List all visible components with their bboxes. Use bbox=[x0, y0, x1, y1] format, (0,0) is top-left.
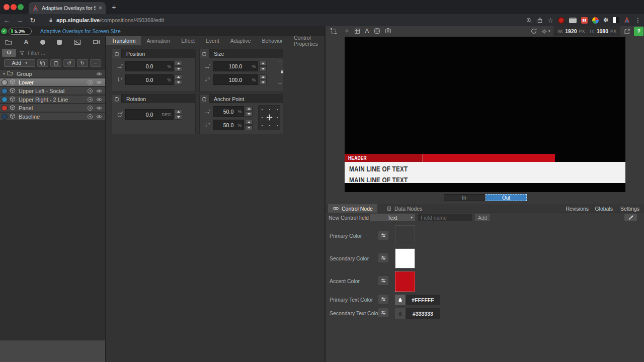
size-x-input[interactable]: 100.0% bbox=[213, 61, 258, 71]
visibility-eye-icon[interactable] bbox=[96, 97, 102, 103]
add-layer-button[interactable]: Add▾ bbox=[4, 59, 35, 67]
tab-close-icon[interactable]: × bbox=[99, 5, 102, 12]
lock-icon[interactable] bbox=[280, 69, 284, 74]
remove-button[interactable]: − bbox=[90, 59, 101, 67]
anchor-diamond-icon[interactable] bbox=[344, 28, 350, 34]
reload-icon[interactable]: ↻ bbox=[26, 17, 39, 24]
image-tool-icon[interactable] bbox=[74, 39, 81, 46]
rotation-input[interactable]: 0.0DEG bbox=[125, 109, 174, 120]
tab-behavior[interactable]: Behavior bbox=[257, 36, 288, 45]
field-name-input[interactable] bbox=[418, 214, 472, 221]
open-external-icon[interactable] bbox=[624, 28, 630, 35]
composition-title-link[interactable]: Adaptive Overlays for Screen Size bbox=[40, 28, 121, 34]
stepper[interactable] bbox=[259, 61, 267, 71]
color-droplet-button[interactable] bbox=[395, 308, 406, 319]
copy-properties-icon[interactable] bbox=[112, 49, 122, 58]
grid-icon[interactable] bbox=[354, 28, 360, 34]
tab-control-node[interactable]: Control Node bbox=[328, 204, 377, 213]
anchor-y-input[interactable]: 50.0% bbox=[213, 120, 244, 130]
copy-properties-icon[interactable] bbox=[112, 95, 122, 103]
singular-extension-icon[interactable] bbox=[623, 17, 630, 24]
solo-icon[interactable] bbox=[87, 105, 93, 111]
tab-event[interactable]: Event bbox=[200, 36, 225, 45]
visibility-eye-icon[interactable] bbox=[96, 114, 102, 120]
position-y-input[interactable]: 0.0% bbox=[125, 74, 174, 85]
visibility-eye-icon[interactable] bbox=[96, 71, 102, 77]
layer-row-group[interactable]: ▾ Group bbox=[0, 70, 105, 77]
visibility-eye-icon[interactable] bbox=[96, 105, 102, 111]
visibility-eye-icon[interactable] bbox=[96, 79, 102, 85]
globals-link[interactable]: Globals bbox=[595, 204, 613, 213]
paste-button[interactable] bbox=[50, 59, 61, 67]
layer-row-upper-left-social[interactable]: Upper Left - Social bbox=[0, 87, 105, 95]
share-icon[interactable] bbox=[537, 17, 543, 23]
stepper[interactable] bbox=[175, 74, 182, 85]
stepper[interactable] bbox=[245, 106, 253, 117]
revisions-link[interactable]: Revisions bbox=[566, 204, 589, 213]
caret-down-icon[interactable]: ▾ bbox=[3, 71, 5, 76]
settings-link[interactable]: Settings bbox=[620, 204, 639, 213]
tab-animation[interactable]: Animation bbox=[141, 36, 176, 45]
lens-icon[interactable] bbox=[374, 28, 380, 34]
field-options-button[interactable] bbox=[378, 295, 388, 304]
accent-color-swatch[interactable] bbox=[395, 272, 415, 292]
video-tool-icon[interactable] bbox=[93, 38, 100, 46]
preview-canvas[interactable]: HEADER MAIN LINE OF TEXT MAIN LINE OF TE… bbox=[345, 37, 625, 192]
snapshot-icon[interactable] bbox=[385, 28, 391, 34]
redo-button[interactable]: ↻ bbox=[77, 59, 88, 67]
stepper[interactable] bbox=[175, 61, 182, 71]
tab-data-nodes[interactable]: Data Nodes bbox=[382, 204, 427, 213]
extension-icon-contrast[interactable] bbox=[613, 17, 619, 23]
field-options-button[interactable] bbox=[378, 276, 388, 285]
circle-tool-icon[interactable] bbox=[40, 40, 45, 45]
refresh-preview-icon[interactable] bbox=[530, 28, 537, 35]
rectangle-tool-icon[interactable] bbox=[57, 40, 62, 45]
filter-input[interactable] bbox=[28, 50, 103, 56]
solo-icon[interactable] bbox=[87, 114, 93, 120]
tab-transform[interactable]: Transform bbox=[106, 36, 141, 45]
window-minimize-button[interactable] bbox=[11, 4, 17, 10]
solo-icon[interactable] bbox=[87, 79, 93, 85]
visibility-eye-icon[interactable] bbox=[96, 88, 102, 94]
layer-row-baseline[interactable]: Baseline bbox=[0, 113, 105, 120]
field-options-button[interactable] bbox=[378, 253, 388, 262]
folder-icon[interactable] bbox=[5, 39, 12, 46]
color-droplet-button[interactable] bbox=[395, 295, 406, 305]
extension-icon-red[interactable] bbox=[558, 17, 565, 24]
copy-button[interactable] bbox=[37, 59, 48, 67]
brush-button[interactable] bbox=[624, 214, 637, 221]
field-options-button[interactable] bbox=[378, 231, 388, 240]
bookmark-star-icon[interactable]: ☆ bbox=[547, 17, 553, 24]
browser-menu-icon[interactable]: ⋮ bbox=[635, 17, 641, 24]
address-bar[interactable]: app.singular.live/compositions/450369/ed… bbox=[48, 17, 164, 23]
tab-control-properties[interactable]: Control Properties bbox=[288, 36, 325, 45]
layer-row-upper-right-2-line[interactable]: Upper Right - 2 Line bbox=[0, 96, 105, 103]
out-button[interactable]: Out bbox=[486, 194, 527, 201]
new-tab-button[interactable]: + bbox=[112, 3, 116, 11]
primary-color-swatch[interactable] bbox=[395, 225, 415, 245]
size-y-input[interactable]: 100.0% bbox=[213, 74, 258, 85]
stepper[interactable] bbox=[259, 74, 267, 85]
copy-properties-icon[interactable] bbox=[200, 95, 209, 103]
solo-icon[interactable] bbox=[87, 88, 93, 94]
layer-row-panel[interactable]: Panel bbox=[0, 104, 105, 112]
browser-tab[interactable]: Adaptive Overlays for Screen S × bbox=[29, 2, 106, 14]
forward-icon[interactable]: → bbox=[13, 17, 26, 24]
stepper[interactable] bbox=[245, 120, 253, 130]
field-type-select[interactable]: Text ▾ bbox=[370, 214, 415, 221]
add-field-button[interactable]: Add bbox=[475, 214, 490, 221]
text-tool-icon[interactable]: A bbox=[24, 38, 28, 46]
zoom-page-icon[interactable] bbox=[526, 17, 532, 24]
back-icon[interactable]: ← bbox=[0, 17, 13, 24]
tab-adaptive[interactable]: Adaptive bbox=[225, 36, 257, 45]
selection-frame-icon[interactable] bbox=[330, 28, 337, 35]
layers-view-button[interactable] bbox=[2, 49, 16, 57]
primary-text-color-input[interactable] bbox=[406, 295, 440, 305]
copy-properties-icon[interactable] bbox=[200, 49, 209, 58]
undo-button[interactable]: ↺ bbox=[63, 59, 74, 67]
tab-effect[interactable]: Effect bbox=[176, 36, 200, 45]
window-zoom-button[interactable] bbox=[18, 4, 24, 10]
in-button[interactable]: In bbox=[444, 194, 485, 201]
stepper[interactable] bbox=[175, 109, 182, 120]
safe-area-icon[interactable]: Λ bbox=[365, 27, 369, 35]
